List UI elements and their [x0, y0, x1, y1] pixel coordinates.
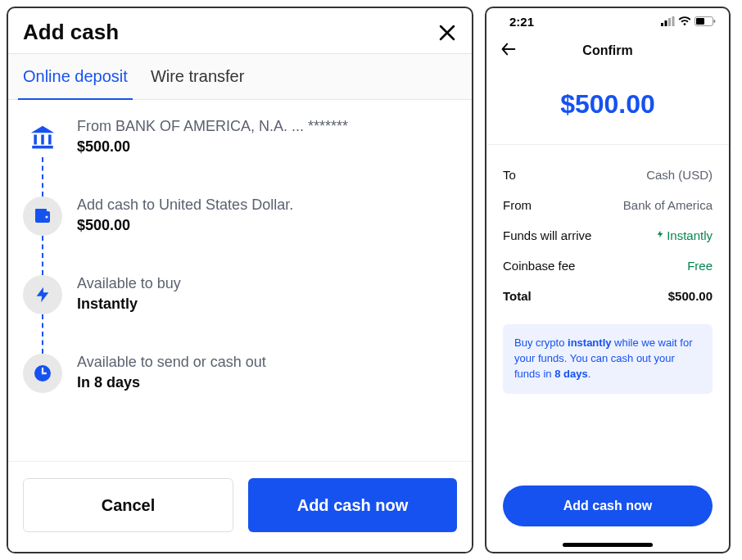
step-value: In 8 days [77, 374, 266, 391]
step-text: Available to buy Instantly [77, 275, 181, 313]
svg-rect-11 [672, 16, 675, 26]
step-available-cashout: Available to send or cash out In 8 days [23, 354, 457, 401]
confirm-screen: 2:21 Confirm $500.00 To Cash (USD) From … [485, 7, 731, 553]
step-label: Available to buy [77, 275, 181, 292]
step-text: From BANK OF AMERICA, N.A. ... ******* $… [77, 118, 348, 156]
add-cash-now-button[interactable]: Add cash now [248, 478, 457, 532]
bolt-icon [656, 229, 664, 242]
back-arrow-icon[interactable] [500, 40, 518, 61]
row-key: Total [503, 289, 532, 303]
info-card: Buy crypto instantly while we wait for y… [503, 324, 713, 394]
info-bold: instantly [568, 336, 611, 349]
modal-footer: Cancel Add cash now [8, 461, 472, 552]
bank-icon [23, 118, 62, 157]
row-value: Instantly [656, 228, 713, 242]
status-time: 2:21 [509, 15, 534, 29]
status-icons [661, 15, 716, 29]
home-indicator[interactable] [563, 543, 653, 547]
modal-title: Add cash [23, 20, 119, 45]
row-value: $500.00 [668, 289, 713, 303]
tab-bar: Online deposit Wire transfer [8, 53, 472, 100]
add-cash-now-button-mobile[interactable]: Add cash now [503, 485, 713, 526]
step-value: Instantly [77, 296, 181, 313]
confirm-footer: Add cash now [486, 485, 729, 538]
svg-rect-14 [714, 20, 716, 23]
row-value-text: Instantly [667, 228, 713, 242]
step-to-wallet: Add cash to United States Dollar. $500.0… [23, 196, 457, 275]
step-label: From BANK OF AMERICA, N.A. ... ******* [77, 118, 348, 135]
amount-value: $500.00 [486, 89, 729, 120]
row-key: Coinbase fee [503, 259, 575, 273]
svg-rect-9 [665, 20, 667, 26]
svg-rect-5 [35, 209, 47, 213]
cancel-button[interactable]: Cancel [23, 478, 233, 532]
step-label: Add cash to United States Dollar. [77, 196, 293, 214]
bolt-icon [23, 275, 62, 314]
row-key: From [503, 198, 532, 212]
row-key: Funds will arrive [503, 228, 591, 242]
row-total: Total $500.00 [503, 281, 713, 311]
svg-rect-13 [696, 18, 704, 25]
step-value: $500.00 [77, 138, 348, 156]
row-fee: Coinbase fee Free [503, 251, 713, 281]
confirm-title: Confirm [486, 43, 729, 58]
step-label: Available to send or cash out [77, 354, 266, 371]
step-from-bank: From BANK OF AMERICA, N.A. ... ******* $… [23, 118, 457, 196]
status-bar: 2:21 [486, 8, 729, 32]
step-connector [42, 157, 43, 196]
row-key: To [503, 168, 516, 182]
svg-rect-0 [32, 146, 53, 149]
tab-wire-transfer[interactable]: Wire transfer [151, 54, 244, 99]
info-text: Buy crypto [514, 336, 568, 349]
step-connector [42, 314, 43, 354]
step-text: Add cash to United States Dollar. $500.0… [77, 196, 293, 234]
wallet-icon [23, 196, 62, 236]
cellular-icon [661, 15, 675, 29]
row-funds-arrive: Funds will arrive Instantly [503, 220, 713, 251]
detail-rows: To Cash (USD) From Bank of America Funds… [486, 145, 729, 319]
svg-rect-3 [48, 134, 52, 144]
row-value: Bank of America [623, 198, 713, 212]
add-cash-modal: Add cash Online deposit Wire transfer Fr… [7, 7, 473, 553]
step-text: Available to send or cash out In 8 days [77, 354, 266, 391]
step-available-buy: Available to buy Instantly [23, 275, 457, 354]
confirm-header: Confirm [486, 32, 729, 68]
svg-rect-2 [41, 134, 44, 144]
transfer-steps: From BANK OF AMERICA, N.A. ... ******* $… [8, 100, 472, 461]
wifi-icon [678, 15, 691, 29]
battery-icon [694, 15, 716, 29]
row-from: From Bank of America [503, 190, 713, 220]
step-value: $500.00 [77, 217, 293, 234]
info-bold: 8 days [554, 368, 587, 380]
tab-online-deposit[interactable]: Online deposit [23, 54, 128, 99]
spacer [486, 394, 729, 485]
info-text: . [588, 368, 591, 380]
modal-header: Add cash [8, 8, 472, 53]
step-connector [42, 236, 43, 275]
row-value: Cash (USD) [646, 168, 713, 182]
amount-block: $500.00 [486, 68, 729, 144]
svg-rect-1 [34, 134, 37, 144]
svg-rect-8 [661, 23, 663, 26]
row-value: Free [687, 259, 713, 273]
svg-point-6 [45, 215, 48, 218]
clock-icon [23, 354, 62, 393]
row-to: To Cash (USD) [503, 160, 713, 190]
svg-rect-10 [668, 18, 671, 26]
close-icon[interactable] [437, 23, 457, 43]
